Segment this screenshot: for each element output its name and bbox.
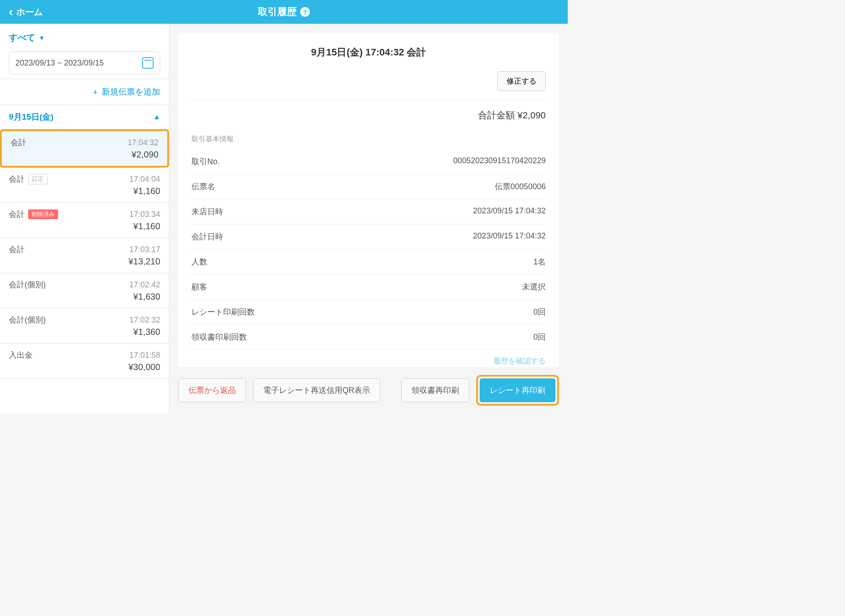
transaction-time: 17:02:42	[129, 280, 160, 290]
reprint-receipt2-button[interactable]: 領収書再印刷	[401, 378, 469, 402]
sidebar: すべて ▼ 2023/09/13 ~ 2023/09/15 ＋ 新規伝票を追加 …	[0, 24, 169, 414]
info-label: 人数	[191, 257, 207, 267]
add-slip-button[interactable]: ＋ 新規伝票を追加	[0, 79, 169, 105]
info-row: 伝票名伝票00050006	[191, 174, 546, 199]
info-value: 未選択	[522, 282, 546, 292]
detail-title: 9月15日(金) 17:04:32 会計	[191, 46, 546, 59]
transaction-item[interactable]: 入出金17:01:58¥30,000	[0, 344, 169, 379]
history-link[interactable]: 履歴を確認する	[191, 350, 546, 367]
total-amount: 合計金額 ¥2,090	[191, 100, 546, 135]
page-title-text: 取引履歴	[258, 5, 297, 18]
transaction-time: 17:02:32	[129, 315, 160, 325]
transaction-amount: ¥1,360	[9, 327, 160, 337]
transaction-label: 会計削除済み	[9, 209, 58, 220]
return-from-slip-button[interactable]: 伝票から返品	[178, 378, 246, 402]
info-label: 伝票名	[191, 181, 215, 192]
info-row: レシート印刷回数0回	[191, 300, 546, 325]
reprint-receipt-button[interactable]: レシート再印刷	[480, 378, 555, 402]
main-container: すべて ▼ 2023/09/13 ~ 2023/09/15 ＋ 新規伝票を追加 …	[0, 24, 568, 414]
page-title: 取引履歴 ?	[258, 5, 310, 18]
ereceipt-qr-button[interactable]: 電子レシート再送信用QR表示	[253, 378, 380, 402]
info-row: 人数1名	[191, 249, 546, 275]
transaction-badge: 削除済み	[28, 209, 58, 219]
app-header: ‹ ホーム 取引履歴 ?	[0, 0, 568, 24]
back-button[interactable]: ‹ ホーム	[9, 5, 43, 19]
section-label: 取引基本情報	[191, 135, 546, 144]
transaction-amount: ¥30,000	[9, 362, 160, 372]
info-label: 顧客	[191, 282, 207, 292]
filter-label: すべて	[9, 32, 35, 44]
transaction-item[interactable]: 会計17:03:17¥13,210	[0, 238, 169, 273]
highlight-frame: レシート再印刷	[476, 375, 559, 406]
transaction-item[interactable]: 会計(個別)17:02:32¥1,360	[0, 308, 169, 344]
info-row: 顧客未選択	[191, 275, 546, 300]
info-value: 0回	[533, 307, 546, 317]
info-label: レシート印刷回数	[191, 307, 255, 317]
transaction-label: 会計(個別)	[9, 315, 46, 325]
transaction-item[interactable]: 会計訂正17:04:04¥1,160	[0, 168, 169, 203]
info-value: 伝票00050006	[495, 181, 546, 192]
filter-dropdown[interactable]: すべて ▼	[9, 32, 160, 44]
transaction-time: 17:04:32	[128, 138, 158, 147]
detail-panel: 9月15日(金) 17:04:32 会計 修正する 合計金額 ¥2,090 取引…	[169, 24, 568, 414]
info-value: 2023/09/15 17:04:32	[473, 206, 546, 217]
info-row: 来店日時2023/09/15 17:04:32	[191, 199, 546, 224]
info-label: 来店日時	[191, 206, 223, 217]
info-row: 会計日時2023/09/15 17:04:32	[191, 224, 546, 249]
date-range-input[interactable]: 2023/09/13 ~ 2023/09/15	[9, 51, 160, 74]
transaction-time: 17:03:17	[129, 245, 160, 254]
date-group-label: 9月15日(金)	[9, 111, 53, 123]
info-value: 000520230915170420229	[453, 156, 546, 167]
filter-section: すべて ▼ 2023/09/13 ~ 2023/09/15	[0, 24, 169, 79]
date-range-text: 2023/09/13 ~ 2023/09/15	[15, 59, 104, 68]
transaction-label: 会計	[11, 137, 26, 148]
transaction-time: 17:01:58	[129, 351, 160, 360]
info-value: 2023/09/15 17:04:32	[473, 231, 546, 242]
transaction-amount: ¥1,630	[9, 292, 160, 302]
transaction-time: 17:03:34	[129, 210, 160, 219]
action-bar: 伝票から返品 電子レシート再送信用QR表示 領収書再印刷 レシート再印刷	[169, 367, 568, 414]
modify-button[interactable]: 修正する	[497, 71, 546, 91]
transaction-label: 入出金	[9, 350, 33, 360]
transaction-amount: ¥2,090	[11, 150, 158, 160]
help-icon[interactable]: ?	[300, 7, 310, 17]
transaction-label: 会計	[9, 244, 25, 255]
info-label: 取引No.	[191, 156, 220, 167]
chevron-left-icon: ‹	[9, 5, 13, 19]
info-value: 1名	[533, 257, 546, 267]
transaction-time: 17:04:04	[129, 175, 160, 184]
chevron-down-icon: ▼	[39, 34, 45, 41]
transaction-label: 会計訂正	[9, 174, 48, 184]
detail-card: 9月15日(金) 17:04:32 会計 修正する 合計金額 ¥2,090 取引…	[178, 33, 559, 367]
date-group-header[interactable]: 9月15日(金) ▲	[0, 105, 169, 129]
transaction-item[interactable]: 会計削除済み17:03:34¥1,160	[0, 203, 169, 238]
info-label: 会計日時	[191, 231, 223, 242]
calendar-icon	[142, 57, 154, 69]
transaction-amount: ¥13,210	[9, 257, 160, 267]
transaction-amount: ¥1,160	[9, 221, 160, 231]
transaction-item[interactable]: 会計(個別)17:02:42¥1,630	[0, 273, 169, 308]
info-value: 0回	[533, 332, 546, 342]
transaction-badge: 訂正	[28, 174, 48, 184]
detail-scroll: 9月15日(金) 17:04:32 会計 修正する 合計金額 ¥2,090 取引…	[169, 24, 568, 367]
transaction-label: 会計(個別)	[9, 279, 46, 290]
info-label: 領収書印刷回数	[191, 332, 247, 342]
transaction-list: 会計17:04:32¥2,090会計訂正17:04:04¥1,160会計削除済み…	[0, 129, 169, 414]
transaction-item[interactable]: 会計17:04:32¥2,090	[0, 129, 169, 168]
info-row: 取引No.000520230915170420229	[191, 149, 546, 174]
transaction-amount: ¥1,160	[9, 186, 160, 196]
info-row: 領収書印刷回数0回	[191, 325, 546, 350]
modify-row: 修正する	[191, 71, 546, 100]
chevron-up-icon: ▲	[153, 113, 160, 121]
info-rows: 取引No.000520230915170420229伝票名伝票00050006来…	[191, 149, 546, 350]
back-label: ホーム	[16, 6, 43, 18]
